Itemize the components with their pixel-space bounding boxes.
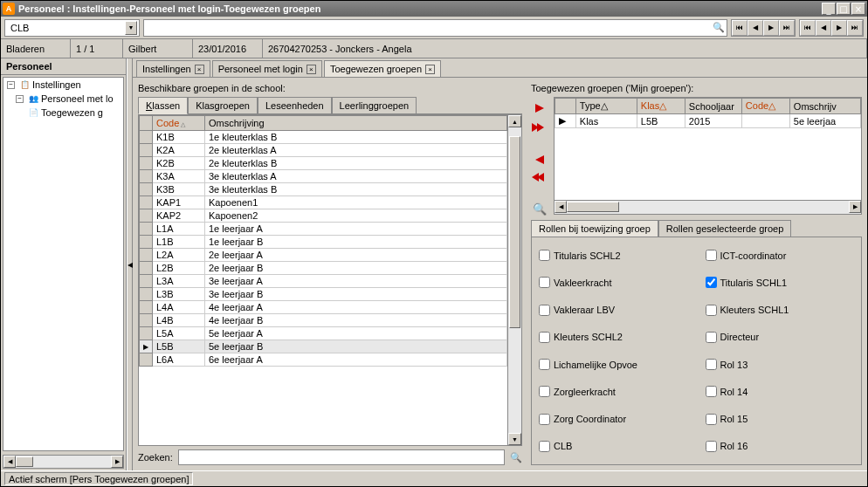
magic-button[interactable]: 🔍: [532, 202, 548, 215]
sidebar-hscroll[interactable]: ◀ ▶: [3, 455, 124, 469]
table-row[interactable]: K2A2e kleuterklas A: [140, 144, 507, 157]
scroll-track[interactable]: [567, 201, 849, 213]
role-checkbox[interactable]: ICT-coordinator: [706, 244, 855, 266]
scroll-track[interactable]: [508, 127, 521, 433]
subtab-klassen[interactable]: Klassen: [138, 97, 188, 114]
tab-personeel[interactable]: Personeel met login×: [212, 60, 322, 77]
tab-instellingen[interactable]: Instellingen×: [136, 60, 210, 77]
role-checkbox[interactable]: Rol 13: [706, 353, 855, 375]
row-selector[interactable]: ▶: [140, 340, 153, 353]
col-schooljaar[interactable]: Schooljaar: [685, 99, 741, 114]
assigned-hscroll[interactable]: ◀ ▶: [555, 200, 861, 214]
next2-button[interactable]: ▶: [831, 20, 847, 36]
checkbox-input[interactable]: [706, 305, 717, 316]
first-button[interactable]: ⏮: [732, 20, 747, 36]
row-selector[interactable]: [140, 223, 153, 236]
table-row[interactable]: K3B3e kleuterklas B: [140, 183, 507, 196]
checkbox-input[interactable]: [706, 359, 717, 370]
role-checkbox[interactable]: Lichamelijke Opvoe: [539, 353, 688, 375]
checkbox-input[interactable]: [539, 441, 550, 452]
checkbox-input[interactable]: [706, 414, 717, 425]
collapse-icon[interactable]: −: [7, 81, 15, 89]
last2-button[interactable]: ⏭: [847, 20, 863, 36]
checkbox-input[interactable]: [539, 277, 550, 288]
table-row[interactable]: L1A1e leerjaar A: [140, 223, 507, 236]
table-row[interactable]: KAP2Kapoenen2: [140, 209, 507, 223]
role-checkbox[interactable]: Directeur: [706, 326, 855, 348]
table-row[interactable]: L3B3e leerjaar B: [140, 288, 507, 301]
toolbar-search[interactable]: 🔍: [143, 19, 727, 37]
table-row[interactable]: L4A4e leerjaar A: [140, 301, 507, 314]
table-row[interactable]: K1B1e kleuterklas B: [140, 131, 507, 144]
col-omschrijving[interactable]: Omschrijving: [205, 116, 507, 131]
subtab-leseenheden[interactable]: Leseenheden: [258, 97, 332, 113]
scroll-left-icon[interactable]: ◀: [3, 456, 16, 468]
close-button[interactable]: ×: [851, 3, 865, 15]
role-checkbox[interactable]: Kleuters SCHL1: [706, 299, 855, 321]
col-type[interactable]: Type△: [575, 99, 637, 114]
roles-tab-toewijzing[interactable]: Rollen bij toewijzing groep: [531, 220, 658, 237]
row-selector[interactable]: [140, 183, 153, 196]
scroll-down-icon[interactable]: ▼: [508, 433, 521, 445]
table-row[interactable]: KAP1Kapoenen1: [140, 196, 507, 209]
context-dropdown[interactable]: CLB ▼: [4, 19, 140, 37]
remove-button[interactable]: [532, 154, 548, 166]
close-icon[interactable]: ×: [307, 65, 316, 74]
row-selector[interactable]: [140, 314, 153, 327]
subtab-leerlinggroepen[interactable]: Leerlinggroepen: [332, 97, 417, 113]
row-selector[interactable]: [140, 262, 153, 275]
table-row[interactable]: L2B2e leerjaar B: [140, 262, 507, 275]
prev-button[interactable]: ◀: [747, 20, 763, 36]
tree-item-toegewezen[interactable]: 📄 Toegewezen g: [3, 106, 123, 120]
table-row[interactable]: K3A3e kleuterklas A: [140, 170, 507, 183]
scroll-track[interactable]: [16, 456, 111, 468]
roles-tab-geselecteerde[interactable]: Rollen geselecteerde groep: [658, 220, 792, 237]
table-row[interactable]: L5A5e leerjaar A: [140, 327, 507, 340]
role-checkbox[interactable]: Zorg Coordinator: [539, 408, 688, 430]
checkbox-input[interactable]: [539, 386, 550, 397]
row-selector[interactable]: [140, 301, 153, 314]
scroll-left-icon[interactable]: ◀: [555, 201, 567, 213]
role-checkbox[interactable]: Zorgleerkracht: [539, 381, 688, 402]
role-checkbox[interactable]: CLB: [539, 436, 688, 457]
role-checkbox[interactable]: Titularis SCHL1: [706, 271, 855, 293]
col-code[interactable]: Code△: [741, 99, 789, 114]
scroll-thumb[interactable]: [16, 456, 33, 467]
row-selector[interactable]: ▶: [555, 114, 576, 128]
row-selector[interactable]: [140, 144, 153, 157]
toolbar-search-input[interactable]: [144, 20, 711, 36]
role-checkbox[interactable]: Rol 15: [706, 408, 855, 430]
table-row[interactable]: L4B4e leerjaar B: [140, 314, 507, 327]
checkbox-input[interactable]: [539, 359, 550, 370]
grid-vscroll[interactable]: ▲ ▼: [507, 115, 521, 445]
available-grid[interactable]: Code△ Omschrijving K1B1e kleuterklas BK2…: [139, 115, 507, 445]
scroll-right-icon[interactable]: ▶: [849, 201, 861, 213]
scroll-thumb[interactable]: [509, 136, 520, 328]
table-row[interactable]: L3A3e leerjaar A: [140, 275, 507, 288]
last-button[interactable]: ⏭: [779, 20, 795, 36]
role-checkbox[interactable]: Vakleerkracht: [539, 271, 688, 293]
add-button[interactable]: [532, 102, 548, 114]
close-icon[interactable]: ×: [425, 65, 435, 74]
nav-tree[interactable]: − 📋 Instellingen − 👥 Personeel met lo 📄 …: [3, 77, 124, 451]
row-selector[interactable]: [140, 288, 153, 301]
col-omschrijving[interactable]: Omschrijv: [789, 99, 860, 114]
table-row[interactable]: L1B1e leerjaar B: [140, 236, 507, 249]
row-selector[interactable]: [140, 327, 153, 340]
checkbox-input[interactable]: [539, 414, 550, 425]
collapse-icon[interactable]: −: [16, 95, 24, 103]
row-selector[interactable]: [140, 157, 153, 170]
col-klas[interactable]: Klas△: [637, 99, 685, 114]
role-checkbox[interactable]: Rol 16: [706, 436, 855, 457]
table-row[interactable]: K2B2e kleuterklas B: [140, 157, 507, 170]
checkbox-input[interactable]: [539, 332, 550, 343]
checkbox-input[interactable]: [539, 305, 550, 316]
row-selector[interactable]: [140, 196, 153, 209]
role-checkbox[interactable]: Titularis SCHL2: [539, 244, 688, 266]
col-code[interactable]: Code△: [153, 116, 205, 131]
scroll-thumb[interactable]: [567, 202, 619, 212]
assigned-grid[interactable]: Type△ Klas△ Schooljaar Code△ Omschrijv ▶…: [555, 98, 861, 200]
remove-all-button[interactable]: [532, 173, 548, 182]
table-row[interactable]: ▶KlasL5B20155e leerjaa: [555, 114, 861, 128]
row-selector[interactable]: [140, 236, 153, 249]
